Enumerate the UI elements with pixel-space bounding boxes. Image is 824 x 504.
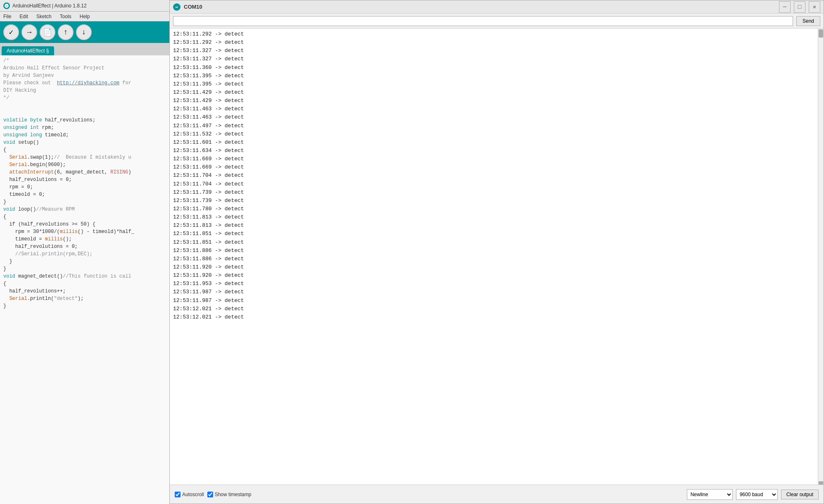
serial-output-line: 12:53:11.669 -> detect bbox=[173, 163, 820, 171]
code-line: } bbox=[0, 258, 169, 265]
window-controls: ─ □ ✕ bbox=[779, 1, 820, 13]
serial-output-line: 12:53:11.704 -> detect bbox=[173, 180, 820, 188]
code-line: Serial.swap(1);// Because I mistakenly u bbox=[0, 154, 169, 161]
show-timestamp-label: Show timestamp bbox=[207, 492, 252, 497]
serial-output-line: 12:53:11.292 -> detect bbox=[173, 38, 820, 47]
show-timestamp-checkbox[interactable] bbox=[207, 492, 213, 497]
serial-output-line: 12:53:11.953 -> detect bbox=[173, 280, 820, 288]
serial-monitor-window: ∞ COM10 ─ □ ✕ Send 12:53:11.292 -> detec… bbox=[169, 0, 824, 504]
serial-output-line: 12:53:11.920 -> detect bbox=[173, 271, 820, 280]
code-line: } bbox=[0, 265, 169, 273]
menu-file[interactable]: File bbox=[2, 13, 13, 20]
code-line: Serial.println("detect"); bbox=[0, 295, 169, 302]
serial-output-line: 12:53:11.886 -> detect bbox=[173, 255, 820, 263]
serial-output-line: 12:53:11.634 -> detect bbox=[173, 147, 820, 155]
code-line: timeold = millis(); bbox=[0, 235, 169, 243]
serial-output-line: 12:53:11.739 -> detect bbox=[173, 188, 820, 197]
serial-output-line: 12:53:11.429 -> detect bbox=[173, 97, 820, 105]
autoscroll-text: Autoscroll bbox=[182, 492, 204, 497]
serial-title-text: COM10 bbox=[184, 4, 779, 10]
menu-edit[interactable]: Edit bbox=[18, 13, 30, 20]
code-line: rpm = 0; bbox=[0, 183, 169, 191]
upload-button[interactable]: → bbox=[21, 24, 37, 40]
arduino-ide-window: ∞ ArduinoHallEffect | Arduino 1.8.12 Fil… bbox=[0, 0, 169, 504]
serial-output-line: 12:53:11.886 -> detect bbox=[173, 247, 820, 255]
code-line: unsigned long timeold; bbox=[0, 131, 169, 139]
serial-output-line: 12:53:11.463 -> detect bbox=[173, 105, 820, 113]
menu-help[interactable]: Help bbox=[78, 13, 92, 20]
serial-output-line: 12:53:11.429 -> detect bbox=[173, 88, 820, 97]
menu-tools[interactable]: Tools bbox=[58, 13, 73, 20]
code-line: } bbox=[0, 302, 169, 310]
baud-select[interactable]: 9600 baud 300 baud 1200 baud 2400 baud 4… bbox=[736, 489, 778, 500]
code-line: Arduino Hall Effect Sensor Project bbox=[0, 64, 169, 72]
svg-text:∞: ∞ bbox=[176, 5, 178, 9]
tab-bar: ArduinoHallEffect § bbox=[0, 43, 169, 55]
minimize-button[interactable]: ─ bbox=[779, 1, 791, 13]
serial-output-line: 12:53:11.327 -> detect bbox=[173, 47, 820, 55]
code-line: half_revolutions = 0; bbox=[0, 243, 169, 250]
clear-output-button[interactable]: Clear output bbox=[781, 490, 819, 499]
autoscroll-checkbox[interactable] bbox=[175, 492, 180, 497]
maximize-button[interactable]: □ bbox=[794, 1, 805, 13]
code-line: half_revolutions = 0; bbox=[0, 176, 169, 183]
serial-output: 12:53:11.292 -> detect12:53:11.292 -> de… bbox=[170, 29, 824, 485]
tab-arduinohalleffect[interactable]: ArduinoHallEffect § bbox=[2, 46, 54, 55]
code-line: Please check out http://diyhacking.com f… bbox=[0, 79, 169, 87]
serial-output-line: 12:53:11.851 -> detect bbox=[173, 230, 820, 238]
arduino-title-text: ArduinoHallEffect | Arduino 1.8.12 bbox=[12, 3, 87, 9]
status-bar: Autoscroll Show timestamp Newline No lin… bbox=[170, 485, 824, 504]
send-button[interactable]: Send bbox=[796, 16, 820, 26]
close-button[interactable]: ✕ bbox=[809, 1, 820, 13]
code-line: { bbox=[0, 146, 169, 154]
code-line: { bbox=[0, 280, 169, 288]
code-line: Serial.begin(9600); bbox=[0, 161, 169, 169]
serial-output-line: 12:53:11.463 -> detect bbox=[173, 113, 820, 121]
code-line: rpm = 30*1000/(millis() - timeold)*half_ bbox=[0, 228, 169, 235]
tab-label: ArduinoHallEffect § bbox=[7, 48, 49, 54]
serial-monitor-icon: ∞ bbox=[173, 3, 180, 11]
code-line: timeold = 0; bbox=[0, 191, 169, 198]
serial-title-bar: ∞ COM10 ─ □ ✕ bbox=[170, 0, 824, 14]
newline-select[interactable]: Newline No line ending Carriage return B… bbox=[687, 489, 733, 500]
arduino-logo-icon: ∞ bbox=[3, 2, 10, 9]
serial-output-line: 12:53:11.704 -> detect bbox=[173, 171, 820, 180]
code-line: //Serial.println(rpm,DEC); bbox=[0, 250, 169, 258]
code-line: by Arvind Sanjeev bbox=[0, 72, 169, 79]
serial-output-line: 12:53:11.920 -> detect bbox=[173, 263, 820, 271]
code-line: { bbox=[0, 213, 169, 221]
code-line: unsigned int rpm; bbox=[0, 124, 169, 131]
code-line: void setup() bbox=[0, 139, 169, 146]
serial-output-line: 12:53:11.601 -> detect bbox=[173, 138, 820, 147]
menu-sketch[interactable]: Sketch bbox=[35, 13, 53, 20]
code-line: DIY Hacking bbox=[0, 87, 169, 94]
code-line: half_revolutions++; bbox=[0, 288, 169, 295]
scrollbar-thumb[interactable] bbox=[819, 29, 823, 38]
menu-bar: File Edit Sketch Tools Help bbox=[0, 12, 169, 21]
serial-output-line: 12:53:11.292 -> detect bbox=[173, 30, 820, 38]
code-line: /* bbox=[0, 57, 169, 64]
autoscroll-label: Autoscroll bbox=[175, 492, 204, 497]
serial-output-line: 12:53:11.987 -> detect bbox=[173, 297, 820, 305]
open-button[interactable]: ↑ bbox=[58, 24, 74, 40]
serial-output-line: 12:53:11.395 -> detect bbox=[173, 80, 820, 88]
code-line: if (half_revolutions >= 50) { bbox=[0, 221, 169, 228]
new-button[interactable]: 📄 bbox=[40, 24, 55, 40]
serial-output-line: 12:53:11.987 -> detect bbox=[173, 288, 820, 296]
code-line: volatile byte half_revolutions; bbox=[0, 116, 169, 124]
scrollbar-bottom-thumb[interactable] bbox=[819, 481, 823, 485]
send-bar: Send bbox=[170, 14, 824, 29]
save-button[interactable]: ↓ bbox=[76, 24, 92, 40]
show-timestamp-text: Show timestamp bbox=[215, 492, 252, 497]
serial-output-line: 12:53:11.497 -> detect bbox=[173, 122, 820, 130]
code-line: } bbox=[0, 198, 169, 206]
code-editor[interactable]: /* Arduino Hall Effect Sensor Project by… bbox=[0, 55, 169, 504]
code-line bbox=[0, 102, 169, 109]
code-line: attachInterrupt(6, magnet_detect, RISING… bbox=[0, 169, 169, 176]
arduino-title-bar: ∞ ArduinoHallEffect | Arduino 1.8.12 bbox=[0, 0, 169, 12]
verify-button[interactable]: ✓ bbox=[3, 24, 19, 40]
scrollbar[interactable] bbox=[818, 29, 824, 485]
serial-output-line: 12:53:11.327 -> detect bbox=[173, 55, 820, 63]
serial-output-line: 12:53:11.780 -> detect bbox=[173, 205, 820, 213]
send-input[interactable] bbox=[173, 16, 793, 26]
